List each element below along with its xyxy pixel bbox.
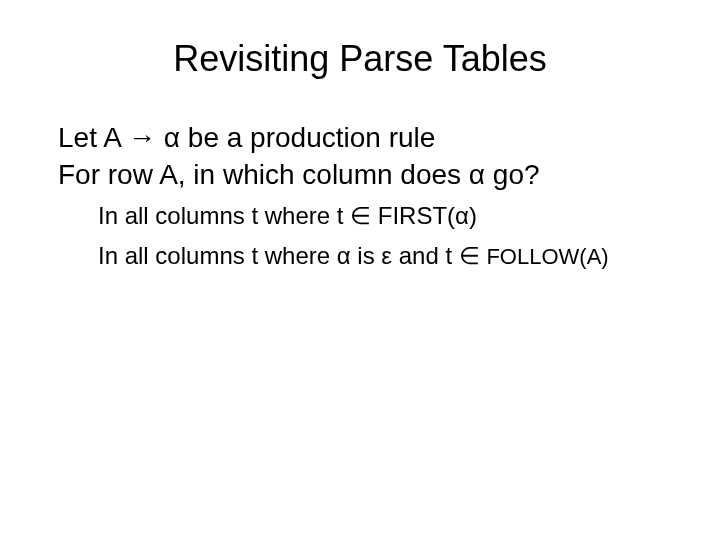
sub-line-2: In all columns t where α is ε and t ∈ FO… xyxy=(58,240,680,272)
sub-line-2-text: In all columns t where α is ε and t ∈ xyxy=(98,242,486,269)
body-line-1: Let A → α be a production rule xyxy=(58,120,680,155)
slide-title: Revisiting Parse Tables xyxy=(0,0,720,120)
slide-body: Let A → α be a production rule For row A… xyxy=(0,120,720,273)
sub-line-2-follow: FOLLOW(A) xyxy=(486,244,608,269)
body-line-2: For row A, in which column does α go? xyxy=(58,157,680,192)
slide: Revisiting Parse Tables Let A → α be a p… xyxy=(0,0,720,540)
sub-line-1: In all columns t where t ∈ FIRST(α) xyxy=(58,200,680,232)
